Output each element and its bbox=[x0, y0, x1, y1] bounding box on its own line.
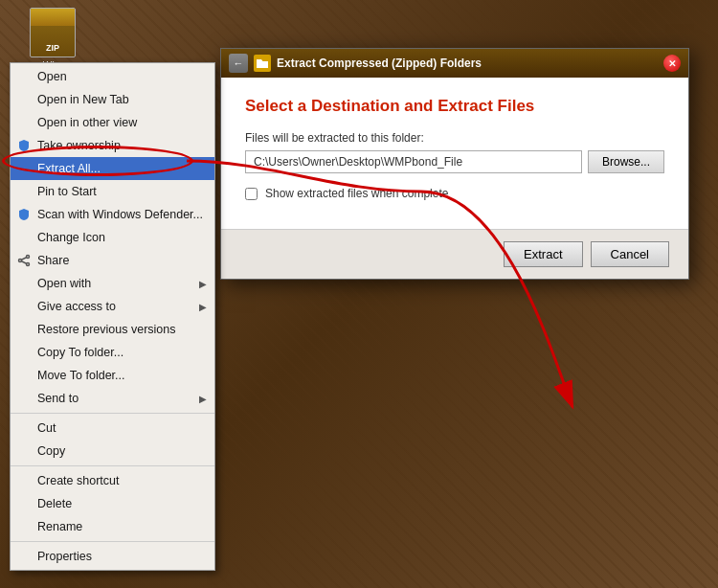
dialog-footer: Extract Cancel bbox=[221, 229, 688, 279]
menu-item-delete[interactable]: Delete bbox=[11, 492, 214, 515]
menu-item-change-icon[interactable]: Change Icon bbox=[11, 226, 214, 249]
menu-item-share[interactable]: Share bbox=[11, 249, 214, 272]
menu-item-open-with[interactable]: Open with ▶ bbox=[11, 272, 214, 295]
menu-item-rename[interactable]: Rename bbox=[11, 515, 214, 538]
dialog-folder-icon bbox=[254, 55, 271, 72]
menu-item-open-new-tab[interactable]: Open in New Tab bbox=[11, 88, 214, 111]
shield-icon bbox=[16, 138, 32, 153]
menu-item-restore-prev[interactable]: Restore previous versions bbox=[11, 318, 214, 341]
svg-point-0 bbox=[27, 256, 30, 259]
dialog-heading: Select a Destination and Extract Files bbox=[245, 97, 664, 116]
menu-item-cut[interactable]: Cut bbox=[11, 417, 214, 440]
dialog-path-row: Browse... bbox=[245, 150, 664, 173]
menu-item-send-to[interactable]: Send to ▶ bbox=[11, 387, 214, 410]
dialog-browse-button[interactable]: Browse... bbox=[588, 150, 664, 173]
menu-item-properties[interactable]: Properties bbox=[11, 545, 214, 568]
menu-item-extract-all[interactable]: Extract All... bbox=[11, 157, 214, 180]
dialog-folder-label: Files will be extracted to this folder: bbox=[245, 131, 664, 145]
show-files-label: Show extracted files when complete bbox=[265, 187, 448, 200]
menu-item-copy[interactable]: Copy bbox=[11, 440, 214, 463]
defender-icon bbox=[16, 207, 32, 222]
dialog-titlebar: ← Extract Compressed (Zipped) Folders ✕ bbox=[221, 49, 688, 78]
separator-3 bbox=[11, 541, 214, 542]
svg-line-4 bbox=[21, 261, 26, 263]
svg-point-1 bbox=[19, 260, 22, 262]
menu-item-move-to[interactable]: Move To folder... bbox=[11, 364, 214, 387]
extract-dialog: ← Extract Compressed (Zipped) Folders ✕ … bbox=[220, 48, 689, 280]
context-menu: Open Open in New Tab Open in other view … bbox=[10, 62, 215, 571]
extract-button[interactable]: Extract bbox=[504, 241, 582, 267]
separator-2 bbox=[11, 465, 214, 466]
cancel-button[interactable]: Cancel bbox=[591, 241, 669, 267]
menu-item-open-other-view[interactable]: Open in other view bbox=[11, 111, 214, 134]
dialog-back-button[interactable]: ← bbox=[229, 54, 248, 73]
dialog-content: Select a Destination and Extract Files F… bbox=[221, 78, 688, 229]
show-files-row: Show extracted files when complete bbox=[245, 187, 664, 200]
dialog-title: Extract Compressed (Zipped) Folders bbox=[277, 57, 658, 70]
share-icon bbox=[16, 253, 32, 268]
submenu-arrow: ▶ bbox=[199, 279, 207, 289]
desktop-icon-image: ZIP bbox=[30, 8, 76, 57]
menu-item-pin-start[interactable]: Pin to Start bbox=[11, 180, 214, 203]
menu-item-create-shortcut[interactable]: Create shortcut bbox=[11, 469, 214, 492]
submenu-arrow: ▶ bbox=[199, 302, 207, 312]
submenu-arrow: ▶ bbox=[199, 394, 207, 404]
menu-item-take-ownership[interactable]: Take ownership bbox=[11, 134, 214, 157]
menu-item-copy-to[interactable]: Copy To folder... bbox=[11, 341, 214, 364]
desktop: ZIP WI... Open Open in New Tab Open in o… bbox=[0, 0, 718, 588]
separator-1 bbox=[11, 413, 214, 414]
menu-item-scan-defender[interactable]: Scan with Windows Defender... bbox=[11, 203, 214, 226]
svg-line-3 bbox=[21, 258, 26, 260]
svg-point-2 bbox=[27, 263, 30, 266]
menu-item-open[interactable]: Open bbox=[11, 65, 214, 88]
dialog-close-button[interactable]: ✕ bbox=[663, 55, 681, 72]
menu-item-give-access[interactable]: Give access to ▶ bbox=[11, 295, 214, 318]
dialog-path-input[interactable] bbox=[245, 150, 582, 173]
show-files-checkbox[interactable] bbox=[245, 188, 258, 200]
